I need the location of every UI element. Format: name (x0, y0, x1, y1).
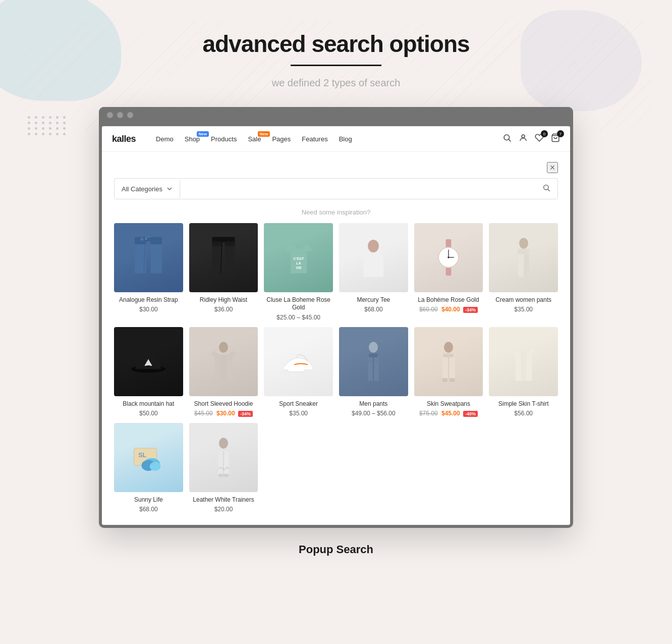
product-card-6[interactable]: Cream women pants $35.00 (489, 223, 558, 321)
product-card-7[interactable]: Black mountain hat $50.00 (114, 327, 183, 417)
svg-point-58 (218, 474, 223, 477)
product-card-11[interactable]: Skin Sweatpans $75.00 $45.00 -40% (414, 327, 483, 417)
svg-point-32 (519, 238, 528, 249)
nav-link-blog[interactable]: Blog (339, 135, 352, 143)
wishlist-icon-button[interactable]: 0 (535, 133, 544, 144)
product-grid: Analogue Resin Strap $30.00 (114, 223, 558, 513)
store-navbar: kalles Demo Shop New Products Sale New P… (102, 126, 570, 152)
sale-badge: New (258, 131, 270, 137)
product-name-7: Black mountain hat (123, 400, 174, 408)
svg-rect-44 (369, 354, 378, 357)
svg-line-1 (509, 139, 511, 141)
nav-icons-group: 0 7 (502, 133, 560, 144)
browser-dot-yellow (117, 112, 123, 118)
svg-rect-17 (225, 242, 235, 274)
svg-rect-33 (518, 254, 523, 277)
product-price-12: $56.00 (514, 410, 533, 417)
product-name-6: Cream women pants (495, 296, 551, 304)
svg-rect-14 (141, 238, 143, 241)
page-subtitle: we defined 2 types of search (272, 77, 401, 89)
product-image-12 (489, 327, 558, 396)
product-price-6: $35.00 (514, 306, 533, 313)
svg-point-56 (219, 438, 228, 449)
product-price-10: $49.00 – $56.00 (352, 410, 396, 417)
product-card-1[interactable]: Analogue Resin Strap $30.00 (114, 223, 183, 321)
popup-search-label: Popup Search (299, 543, 373, 556)
svg-text:LA: LA (296, 261, 301, 265)
nav-link-products[interactable]: Products (211, 135, 237, 143)
product-name-2: Ridley High Waist (200, 296, 247, 304)
category-dropdown[interactable]: All Categories (115, 180, 180, 198)
product-price-9: $35.00 (289, 410, 308, 417)
svg-point-55 (150, 462, 161, 471)
wishlist-count: 0 (541, 130, 548, 137)
search-submit-icon[interactable] (535, 179, 557, 199)
product-card-14[interactable]: Leather White Trainers $20.00 (189, 423, 258, 513)
product-card-12[interactable]: Simple Skin T-shirt $56.00 (489, 327, 558, 417)
svg-point-2 (522, 135, 525, 138)
discount-badge-8: -34% (238, 411, 253, 417)
svg-point-39 (219, 342, 228, 353)
search-icon-button[interactable] (502, 133, 512, 144)
product-card-3[interactable]: C'EST LA VIE Cluse La Boheme Rose Gold $… (264, 223, 333, 321)
product-image-11 (414, 327, 483, 396)
product-price-4: $68.00 (364, 306, 383, 313)
product-price-13: $68.00 (139, 506, 158, 513)
svg-rect-26 (446, 267, 452, 276)
product-name-13: Sunny Life (134, 496, 163, 504)
inspiration-text: Need some inspiration? (114, 208, 558, 216)
product-name-9: Sport Sneaker (279, 400, 318, 408)
svg-rect-34 (524, 254, 529, 277)
svg-rect-10 (151, 241, 162, 244)
product-card-8[interactable]: Short Sleeved Hoodie $45.00 $30.00 -34% (189, 327, 258, 417)
close-button[interactable]: × (547, 162, 558, 173)
svg-text:VIE: VIE (296, 265, 302, 270)
chevron-down-icon (166, 186, 173, 192)
product-price-14: $20.00 (214, 506, 233, 513)
product-price-11: $75.00 $45.00 -40% (419, 410, 478, 417)
svg-rect-9 (135, 241, 146, 244)
store-logo[interactable]: kalles (112, 134, 136, 144)
svg-text:C'EST: C'EST (293, 256, 304, 261)
product-card-4[interactable]: Mercury Tee $68.00 (339, 223, 408, 321)
svg-point-4 (544, 185, 548, 190)
product-name-12: Simple Skin T-shirt (498, 400, 549, 408)
browser-content-area: kalles Demo Shop New Products Sale New P… (102, 126, 570, 525)
cart-count: 7 (557, 130, 564, 137)
new-price-8: $30.00 (216, 410, 235, 417)
product-price-2: $36.00 (214, 306, 233, 313)
product-name-4: Mercury Tee (357, 296, 390, 304)
product-card-13[interactable]: SL Sunny Life $68.00 (114, 423, 183, 513)
nav-link-pages[interactable]: Pages (272, 135, 291, 143)
nav-link-features[interactable]: Features (302, 135, 327, 143)
cart-icon-button[interactable]: 7 (551, 133, 560, 144)
svg-rect-8 (151, 241, 162, 274)
page-title: advanced search options (202, 30, 469, 58)
product-image-3: C'EST LA VIE (264, 223, 333, 292)
product-price-5: $60.00 $40.00 -34% (419, 306, 478, 313)
svg-point-59 (223, 474, 229, 477)
product-card-5[interactable]: La Bohème Rose Gold $60.00 $40.00 -34% (414, 223, 483, 321)
svg-point-46 (444, 342, 453, 353)
svg-point-41 (303, 369, 312, 372)
product-card-10[interactable]: Men pants $49.00 – $56.00 (339, 327, 408, 417)
product-image-8 (189, 327, 258, 396)
nav-links-group: Demo Shop New Products Sale New Pages Fe… (156, 135, 502, 143)
nav-link-shop[interactable]: Shop New (185, 135, 200, 143)
search-bar: All Categories (114, 178, 558, 199)
old-price-5: $60.00 (419, 306, 438, 313)
svg-rect-19 (225, 242, 235, 246)
old-price-11: $75.00 (419, 410, 438, 417)
nav-link-demo[interactable]: Demo (156, 135, 174, 143)
svg-point-24 (368, 240, 379, 252)
product-card-2[interactable]: Ridley High Waist $36.00 (189, 223, 258, 321)
search-input[interactable] (180, 180, 535, 198)
discount-badge-11: -40% (463, 411, 478, 417)
nav-link-sale[interactable]: Sale New (248, 135, 261, 143)
product-card-9[interactable]: Sport Sneaker $35.00 (264, 327, 333, 417)
product-price-8: $45.00 $30.00 -34% (194, 410, 253, 417)
user-icon-button[interactable] (519, 133, 528, 144)
svg-point-31 (447, 257, 450, 259)
title-divider (291, 65, 381, 66)
product-name-10: Men pants (359, 400, 387, 408)
